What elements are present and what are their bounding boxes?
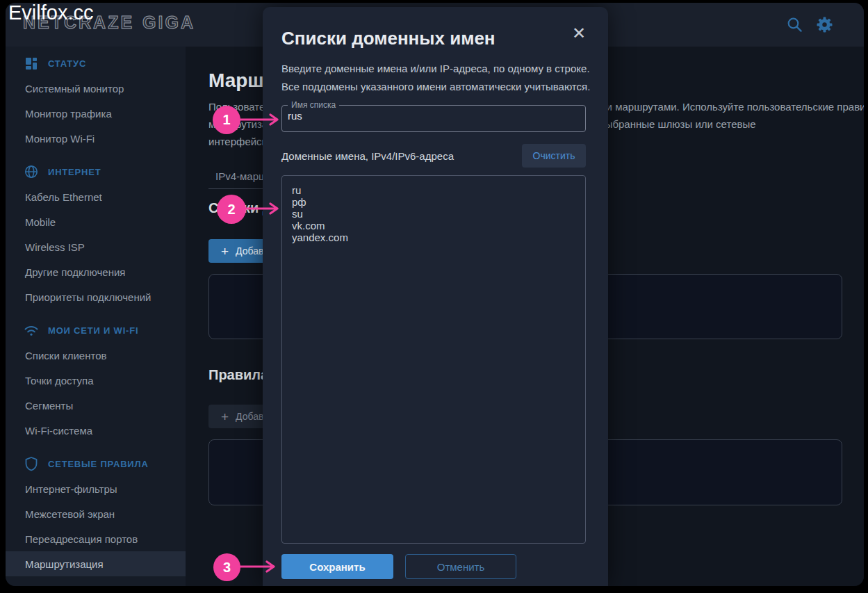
sidebar-item[interactable]: Интернет-фильтры	[6, 476, 186, 501]
wifi-icon	[24, 323, 39, 338]
dialog-subtitle-line: Все поддомены указанного имени автоматич…	[281, 78, 590, 96]
sidebar-item[interactable]: Сегменты	[6, 393, 186, 418]
close-icon[interactable]: ✕	[572, 25, 586, 42]
domains-textarea[interactable]	[281, 175, 586, 544]
annotation-marker-2: 2	[217, 195, 246, 224]
sidebar-item[interactable]: Списки клиентов	[6, 343, 186, 368]
annotation-marker-3: 3	[213, 553, 240, 581]
sidebar-item[interactable]: Монитор трафика	[6, 101, 186, 126]
dialog-subtitle: Введите доменные имена и/или IP-адреса, …	[281, 60, 590, 96]
watermark: Evilfox.cc	[8, 1, 93, 24]
search-icon[interactable]	[787, 17, 803, 33]
arrow-icon	[239, 113, 284, 127]
shield-icon	[24, 456, 39, 471]
sidebar-item[interactable]: Точки доступа	[6, 368, 186, 393]
clear-button[interactable]: Очистить	[522, 144, 586, 168]
app-frame: NETCRAZEGIGA СТАТУССист	[6, 3, 864, 586]
logo-secondary: GIGA	[142, 13, 195, 32]
cancel-button[interactable]: Отменить	[405, 554, 516, 579]
sidebar-section-header: СЕТЕВЫЕ ПРАВИЛА	[6, 451, 186, 476]
globe-icon	[24, 164, 39, 179]
domain-lists-dialog: Списки доменных имен ✕ Введите доменные …	[263, 7, 608, 586]
sidebar-section-header: СТАТУС	[6, 51, 186, 76]
annotation-marker-1: 1	[213, 106, 240, 134]
sidebar-section-label: СЕТЕВЫЕ ПРАВИЛА	[48, 459, 149, 469]
dashboard-icon	[24, 56, 39, 71]
sidebar-section-header: МОИ СЕТИ И WI-FI	[6, 318, 186, 343]
gear-icon[interactable]	[816, 16, 833, 33]
save-button[interactable]: Сохранить	[281, 554, 393, 579]
sidebar-item[interactable]: Межсетевой экран	[6, 501, 186, 526]
sidebar-section-header: ИНТЕРНЕТ	[6, 159, 186, 184]
sidebar-item[interactable]: Системный монитор	[6, 76, 186, 101]
sidebar-item[interactable]: Другие подключения	[6, 259, 186, 284]
dialog-title: Списки доменных имен	[281, 28, 496, 49]
list-name-input[interactable]	[282, 110, 585, 126]
sidebar-item[interactable]: Приоритеты подключений	[6, 284, 186, 309]
sidebar-item[interactable]: Wireless ISP	[6, 234, 186, 259]
sidebar-section-label: СТАТУС	[48, 58, 86, 69]
sidebar-item[interactable]: Mobile	[6, 209, 186, 234]
plus-icon: +	[221, 410, 229, 423]
list-name-fieldset: Имя списка	[281, 100, 586, 132]
sidebar: СТАТУССистемный мониторМонитор трафикаМо…	[6, 47, 186, 586]
sidebar-section-label: ИНТЕРНЕТ	[48, 167, 101, 177]
sidebar-item[interactable]: Монитор Wi-Fi	[6, 126, 186, 151]
plus-icon: +	[221, 245, 229, 258]
domains-label: Доменные имена, IPv4/IPv6-адреса	[281, 150, 454, 162]
sidebar-item[interactable]: Маршрутизация	[6, 551, 186, 576]
dialog-subtitle-line: Введите доменные имена и/или IP-адреса, …	[281, 60, 590, 78]
arrow-icon	[245, 202, 284, 216]
sidebar-section-label: МОИ СЕТИ И WI-FI	[48, 325, 138, 336]
arrow-icon	[238, 560, 280, 574]
sidebar-item[interactable]: Переадресация портов	[6, 526, 186, 551]
sidebar-item[interactable]: Кабель Ethernet	[6, 184, 186, 209]
list-name-label: Имя списка	[288, 100, 339, 110]
sidebar-item[interactable]: Wi-Fi-система	[6, 418, 186, 443]
